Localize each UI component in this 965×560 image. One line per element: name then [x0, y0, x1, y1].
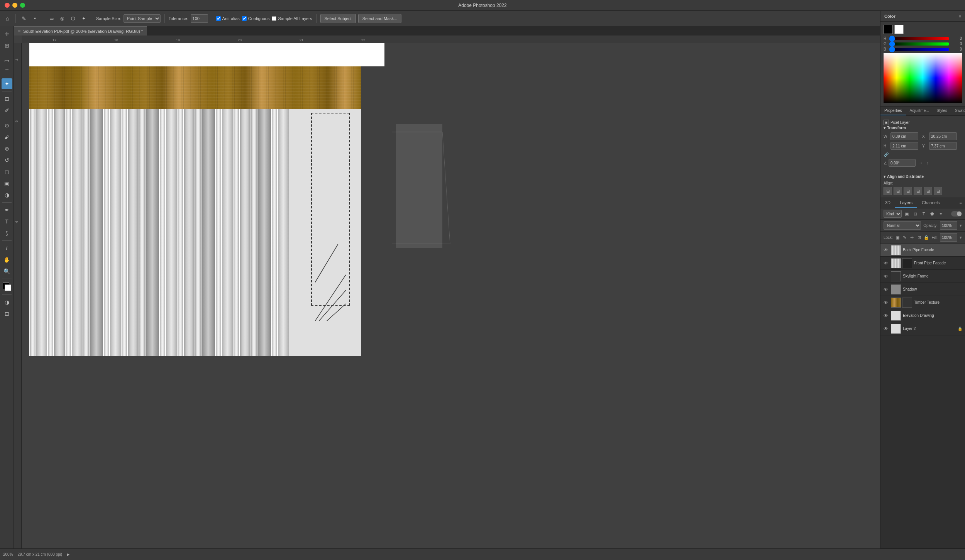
- select-mask-button[interactable]: Select and Mask...: [358, 14, 402, 23]
- align-center-h-btn[interactable]: ⊞: [894, 187, 902, 195]
- transform-header[interactable]: ▾ Transform: [884, 126, 962, 130]
- tool-icon-1[interactable]: ✎: [20, 14, 28, 23]
- filter-shape-icon[interactable]: ⬟: [929, 210, 936, 217]
- rect-icon[interactable]: ▭: [47, 14, 56, 23]
- anti-alias-checkbox[interactable]: [216, 16, 221, 21]
- pen-tool[interactable]: ✒: [2, 205, 12, 215]
- path-tool[interactable]: ⟆: [2, 228, 12, 239]
- layers-expand-icon[interactable]: ≡: [957, 198, 965, 208]
- color-panel-expand[interactable]: ≡: [959, 14, 961, 19]
- magic-wand-tool[interactable]: ✦: [2, 78, 12, 89]
- spot-heal-tool[interactable]: ⊙: [2, 120, 12, 131]
- marquee-tool[interactable]: ▭: [2, 55, 12, 66]
- background-color[interactable]: [5, 284, 11, 291]
- canvas-viewport[interactable]: [22, 43, 880, 548]
- align-left-btn[interactable]: ⊟: [884, 187, 892, 195]
- blue-slider[interactable]: [889, 48, 949, 51]
- tab-styles[interactable]: Styles: [933, 107, 951, 115]
- color-spectrum[interactable]: [884, 53, 962, 103]
- align-top-btn[interactable]: ⊟: [914, 187, 922, 195]
- tool-icon-2[interactable]: ▾: [30, 14, 39, 23]
- filter-type-icon[interactable]: ▣: [903, 210, 910, 217]
- layer-vis-front-pipe-facade[interactable]: 👁: [883, 260, 889, 266]
- select-subject-button[interactable]: Select Subject: [320, 14, 356, 23]
- history-tool[interactable]: ↺: [2, 155, 12, 166]
- clone-tool[interactable]: ⊕: [2, 143, 12, 154]
- sample-size-select[interactable]: Point Sample: [124, 14, 161, 23]
- hand-tool[interactable]: ✋: [2, 254, 12, 265]
- lock-all-icon[interactable]: 🔒: [924, 234, 929, 240]
- document-tab[interactable]: ✕ South Elevation PDF.pdf @ 200% (Elevat…: [14, 26, 147, 36]
- move-tool[interactable]: ✛: [2, 29, 12, 39]
- layer-vis-back-pipe-facade[interactable]: 👁: [883, 247, 889, 253]
- maximize-button[interactable]: [20, 3, 25, 8]
- tolerance-input[interactable]: [191, 14, 208, 23]
- flip-h-icon[interactable]: ↔: [919, 160, 923, 166]
- opacity-input[interactable]: [940, 221, 957, 230]
- layer-item-timber-texture[interactable]: 👁 Timber Texture: [880, 296, 965, 309]
- filter-smart-icon[interactable]: ✦: [937, 210, 944, 217]
- filter-toggle[interactable]: [951, 211, 962, 217]
- lock-position-icon[interactable]: ✛: [909, 234, 914, 240]
- tab-swatches[interactable]: Swatches: [951, 107, 965, 115]
- lock-artboards-icon[interactable]: ⊡: [917, 234, 922, 240]
- x-input[interactable]: [929, 132, 957, 140]
- color-panel-header[interactable]: Color ≡: [880, 11, 965, 22]
- tab-layers[interactable]: Layers: [895, 198, 917, 208]
- layer-item-back-pipe-facade[interactable]: 👁 Back Pipe Facade: [880, 244, 965, 257]
- h-input[interactable]: [891, 142, 918, 150]
- angle-input[interactable]: [889, 159, 916, 167]
- red-slider[interactable]: [889, 37, 949, 40]
- brush-tool[interactable]: 🖌: [2, 132, 12, 142]
- align-center-v-btn[interactable]: ⊞: [924, 187, 932, 195]
- w-input[interactable]: [891, 132, 918, 140]
- lock-pixels-icon[interactable]: ✎: [902, 234, 907, 240]
- layer-vis-shadow[interactable]: 👁: [883, 286, 889, 293]
- layer-item-layer2[interactable]: 👁 Layer 2 🔒: [880, 322, 965, 335]
- flip-v-icon[interactable]: ↕: [926, 160, 929, 166]
- fill-arrow[interactable]: ▾: [960, 235, 962, 240]
- bg-color-swatch[interactable]: [894, 25, 904, 34]
- tab-adjustments[interactable]: Adjustme...: [906, 107, 933, 115]
- layer-vis-skylight-frame[interactable]: 👁: [883, 273, 889, 279]
- arrow-icon[interactable]: ▶: [67, 552, 70, 557]
- gradient-tool[interactable]: ▣: [2, 178, 12, 189]
- magic-icon[interactable]: ✦: [80, 14, 88, 23]
- polygon-icon[interactable]: ⬡: [69, 14, 77, 23]
- dodge-tool[interactable]: ◑: [2, 189, 12, 200]
- close-button[interactable]: [5, 3, 10, 8]
- crop-tool[interactable]: ⊡: [2, 93, 12, 104]
- green-slider[interactable]: [889, 42, 949, 46]
- contiguous-checkbox[interactable]: [242, 16, 247, 21]
- layer-vis-layer2[interactable]: 👁: [883, 326, 889, 332]
- layer-item-elevation-drawing[interactable]: 👁 Elevation Drawing: [880, 309, 965, 322]
- lock-transparency-icon[interactable]: ▣: [895, 234, 900, 240]
- layer-vis-elevation-drawing[interactable]: 👁: [883, 313, 889, 319]
- layer-item-front-pipe-facade[interactable]: 👁 Front Pipe Facade: [880, 257, 965, 270]
- layers-filter-select[interactable]: Kind: [884, 210, 902, 218]
- artboard-tool[interactable]: ⊞: [2, 40, 12, 51]
- filter-text-icon[interactable]: T: [920, 210, 927, 217]
- zoom-tool[interactable]: 🔍: [2, 266, 12, 277]
- screen-mode-btn[interactable]: ⊟: [2, 308, 12, 319]
- opacity-arrow[interactable]: ▾: [960, 223, 962, 228]
- link-icon[interactable]: 🔗: [884, 152, 889, 157]
- fill-input[interactable]: [940, 233, 957, 242]
- sample-all-layers-checkbox[interactable]: [272, 16, 276, 21]
- tab-properties[interactable]: Properties: [880, 107, 906, 115]
- fg-color-swatch[interactable]: [884, 25, 893, 34]
- minimize-button[interactable]: [12, 3, 17, 8]
- filter-adjust-icon[interactable]: ⊡: [912, 210, 919, 217]
- mask-mode-btn[interactable]: ◑: [2, 297, 12, 308]
- layer-item-shadow[interactable]: 👁 Shadow: [880, 283, 965, 296]
- doc-tab-close-icon[interactable]: ✕: [18, 29, 21, 33]
- circle-icon[interactable]: ◎: [58, 14, 66, 23]
- tab-channels[interactable]: Channels: [917, 198, 944, 208]
- layer-item-skylight-frame[interactable]: 👁 Skylight Frame: [880, 270, 965, 283]
- align-right-btn[interactable]: ⊟: [904, 187, 912, 195]
- align-bottom-btn[interactable]: ⊟: [934, 187, 942, 195]
- blend-mode-select[interactable]: Normal: [884, 221, 921, 230]
- eraser-tool[interactable]: ◻: [2, 166, 12, 177]
- eyedropper-tool[interactable]: ✐: [2, 105, 12, 116]
- layer-vis-timber-texture[interactable]: 👁: [883, 299, 889, 306]
